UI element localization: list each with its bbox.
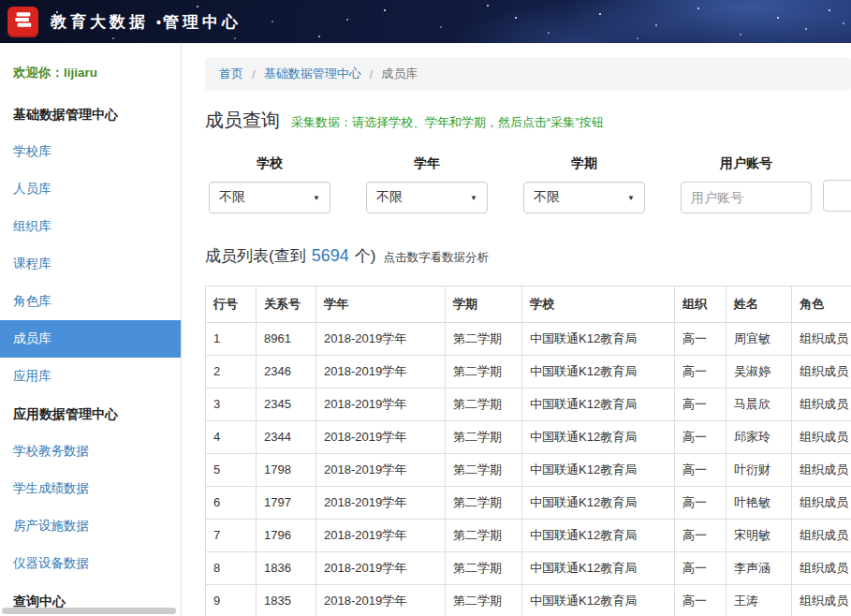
cell-school-year: 2018-2019学年 [316, 421, 446, 454]
filter-extra [823, 180, 851, 212]
sidebar-item[interactable]: 学校教务数据 [0, 433, 181, 470]
cell-name: 宋明敏 [726, 520, 792, 552]
cell-school-year: 2018-2019学年 [316, 323, 446, 356]
cell-name: 吴淑婷 [726, 356, 792, 389]
cell-school-year: 2018-2019学年 [316, 389, 446, 421]
cell-school-year: 2018-2019学年 [316, 356, 446, 389]
cell-role: 组织成员 [792, 520, 851, 552]
sidebar-item[interactable]: 学生成绩数据 [0, 470, 181, 507]
sidebar-item[interactable]: 仪器设备数据 [0, 545, 181, 582]
breadcrumb-separator: / [370, 67, 374, 81]
table-row: 3 2345 2018-2019学年 第二学期 中国联通K12教育局 高一 马晨… [206, 389, 851, 421]
brand-logo[interactable] [7, 7, 38, 37]
main-content: 首页 / 基础数据管理中心 / 成员库 成员查询 采集数据：请选择学校、学年和学… [182, 43, 851, 616]
cell-row-number: 8 [206, 552, 257, 585]
cell-school: 中国联通K12教育局 [522, 389, 675, 421]
cell-school: 中国联通K12教育局 [522, 323, 675, 356]
table-row: 9 1835 2018-2019学年 第二学期 中国联通K12教育局 高一 王涛… [206, 585, 851, 616]
breadcrumb-separator: / [252, 67, 256, 81]
table-header-cell: 学期 [446, 286, 522, 323]
cell-school: 中国联通K12教育局 [522, 585, 675, 616]
table-row: 1 8961 2018-2019学年 第二学期 中国联通K12教育局 高一 周宜… [206, 323, 851, 356]
cell-relation-number: 1796 [257, 520, 316, 552]
cell-row-number: 1 [206, 323, 257, 356]
sidebar-item[interactable]: 应用库 [0, 358, 181, 395]
member-count-link[interactable]: 5694 [312, 246, 349, 266]
cell-role: 组织成员 [792, 356, 851, 389]
cell-relation-number: 1797 [257, 487, 316, 520]
user-account-input[interactable] [681, 182, 812, 213]
cell-role: 组织成员 [792, 323, 851, 356]
cell-name: 李声涵 [726, 552, 792, 585]
sidebar-horizontal-scrollbar[interactable] [2, 608, 176, 614]
list-title-suffix: 个) [355, 245, 376, 267]
cell-school: 中国联通K12教育局 [522, 421, 675, 454]
table-row: 6 1797 2018-2019学年 第二学期 中国联通K12教育局 高一 叶艳… [206, 487, 851, 520]
cell-relation-number: 1835 [257, 585, 316, 616]
cell-semester: 第二学期 [446, 323, 522, 356]
cell-name: 叶艳敏 [726, 487, 792, 520]
school-select[interactable]: 不限 ▼ [209, 182, 330, 213]
cell-name: 马晨欣 [726, 389, 792, 421]
cell-organization: 高一 [675, 520, 726, 552]
semester-select[interactable]: 不限 ▼ [523, 182, 645, 213]
cell-relation-number: 1798 [257, 454, 316, 487]
cell-role: 组织成员 [792, 487, 851, 520]
table-header-cell: 姓名 [726, 286, 792, 323]
filter-semester: 学期 不限 ▼ [523, 155, 645, 213]
cell-school-year: 2018-2019学年 [316, 454, 446, 487]
cell-semester: 第二学期 [446, 487, 522, 520]
cell-school: 中国联通K12教育局 [522, 356, 675, 389]
brand-separator: • [156, 15, 161, 30]
collect-hint-text: 采集数据：请选择学校、学年和学期，然后点击“采集”按钮 [291, 114, 604, 131]
cell-row-number: 3 [206, 389, 257, 421]
breadcrumb-link-home[interactable]: 首页 [219, 66, 243, 82]
filter-school-label: 学校 [209, 155, 330, 172]
sidebar-item[interactable]: 组织库 [0, 208, 181, 245]
sidebar-item[interactable]: 成员库 [0, 320, 181, 358]
cell-school: 中国联通K12教育局 [522, 520, 675, 552]
sidebar-item[interactable]: 课程库 [0, 245, 181, 283]
cell-relation-number: 2344 [257, 421, 316, 454]
cell-organization: 高一 [675, 487, 726, 520]
school-year-select[interactable]: 不限 ▼ [366, 182, 488, 213]
cell-school-year: 2018-2019学年 [316, 487, 446, 520]
sidebar-item[interactable]: 应用数据管理中心 [0, 395, 181, 433]
filter-input-extra[interactable] [823, 180, 851, 212]
sidebar-item[interactable]: 角色库 [0, 283, 181, 320]
list-note: 点击数字看数据分析 [383, 250, 489, 266]
filter-user-account: 用户账号 [681, 155, 812, 213]
sidebar-menu: 基础数据管理中心 学校库 人员库 组织库 课程库 角色库 成员库 应用库 应用数… [0, 95, 181, 616]
sidebar-item[interactable]: 学校库 [0, 133, 181, 170]
cell-organization: 高一 [675, 421, 726, 454]
cell-role: 组织成员 [792, 552, 851, 585]
cell-organization: 高一 [675, 585, 726, 616]
cell-role: 组织成员 [792, 585, 851, 616]
school-select-value: 不限 [219, 189, 245, 206]
cell-role: 组织成员 [792, 389, 851, 421]
cell-row-number: 4 [206, 421, 257, 454]
cell-name: 邱家玲 [726, 421, 792, 454]
filter-school: 学校 不限 ▼ [209, 155, 330, 213]
cell-organization: 高一 [675, 552, 726, 585]
table-row: 8 1836 2018-2019学年 第二学期 中国联通K12教育局 高一 李声… [206, 552, 851, 585]
cell-name: 叶衍财 [726, 454, 792, 487]
sidebar-item[interactable]: 基础数据管理中心 [0, 95, 181, 133]
sidebar-item[interactable]: 房产设施数据 [0, 507, 181, 545]
cell-school: 中国联通K12教育局 [522, 487, 675, 520]
chevron-down-icon: ▼ [470, 194, 477, 202]
filter-school-year-label: 学年 [366, 155, 488, 172]
filter-user-account-label: 用户账号 [681, 155, 812, 172]
sidebar-item[interactable]: 人员库 [0, 170, 181, 208]
sidebar: 欢迎你：lijiaru 基础数据管理中心 学校库 人员库 组织库 课程库 角色库… [0, 43, 182, 616]
cell-organization: 高一 [675, 389, 726, 421]
table-header-cell: 关系号 [257, 286, 316, 323]
cell-relation-number: 8961 [257, 323, 316, 356]
cell-organization: 高一 [675, 323, 726, 356]
welcome-text: 欢迎你：lijiaru [0, 43, 181, 95]
cell-row-number: 2 [206, 356, 257, 389]
breadcrumb-link-basic-data-center[interactable]: 基础数据管理中心 [264, 66, 361, 82]
cell-role: 组织成员 [792, 421, 851, 454]
cell-semester: 第二学期 [446, 454, 522, 487]
books-stack-icon [13, 9, 34, 34]
